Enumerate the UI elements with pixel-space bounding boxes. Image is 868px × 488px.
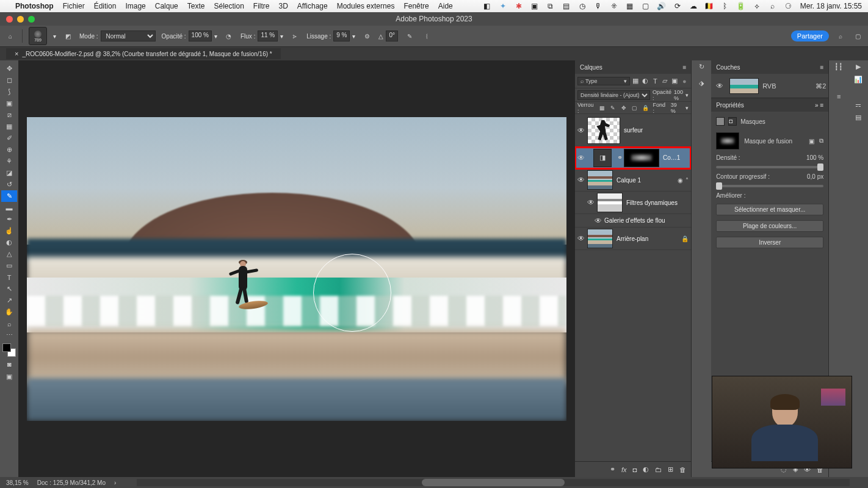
smoothing-options-icon[interactable]: ⚙ <box>361 30 372 41</box>
brush-settings-icon[interactable]: ◩ <box>62 30 73 41</box>
smart-filter-icon[interactable]: ◉ <box>678 177 683 184</box>
new-layer-icon[interactable]: ⊞ <box>668 465 673 473</box>
pixel-mask-icon[interactable] <box>716 117 725 126</box>
vector-mask-icon[interactable]: ◘ <box>728 117 737 126</box>
status-icon-grid[interactable]: ▦ <box>626 2 634 10</box>
status-icon-volume[interactable]: 🔊 <box>657 2 666 10</box>
layer-thumbnail[interactable] <box>587 229 613 248</box>
filter-kind-select[interactable]: ⌕ Type ▾ <box>577 77 630 85</box>
rectangle-tool[interactable]: ▭ <box>1 260 17 271</box>
lock-position-icon[interactable]: ✥ <box>620 104 627 112</box>
layer-gradient-map[interactable]: 👁 ◨ ⚭ Co…1 <box>575 147 691 169</box>
lock-transparency-icon[interactable]: ▩ <box>599 104 606 112</box>
close-tab-icon[interactable]: × <box>15 50 18 57</box>
filter-adjust-icon[interactable]: ◐ <box>641 77 649 85</box>
crop-tool[interactable]: ⧄ <box>1 109 17 121</box>
status-icon-display[interactable]: ▢ <box>642 2 650 10</box>
filter-smart-icon[interactable]: ▣ <box>670 77 679 85</box>
filter-mask-thumbnail[interactable] <box>597 193 623 212</box>
history-brush-tool[interactable]: ↺ <box>1 179 17 190</box>
filter-shape-icon[interactable]: ▱ <box>660 77 669 85</box>
delete-layer-icon[interactable]: 🗑 <box>679 466 686 473</box>
status-icon-mic[interactable]: 🎙 <box>594 2 602 10</box>
color-swatches[interactable] <box>2 343 16 357</box>
status-icon-list[interactable]: ▤ <box>562 2 571 10</box>
menu-texte[interactable]: Texte <box>187 2 205 10</box>
menu-selection[interactable]: Sélection <box>214 2 244 10</box>
status-icon-control[interactable]: ⚆ <box>784 2 793 10</box>
layer-smart-filters[interactable]: 👁 Filtres dynamiques <box>575 192 691 214</box>
density-slider[interactable] <box>716 166 823 168</box>
opacity-value[interactable]: 100 % <box>189 30 212 41</box>
status-icon-search[interactable]: ⌕ <box>769 2 777 10</box>
status-icon-wifi[interactable]: ⟡ <box>753 2 761 10</box>
eraser-tool[interactable]: ◪ <box>1 167 17 179</box>
lasso-tool[interactable]: ⟆ <box>1 86 17 98</box>
collapsed-actions-icon[interactable]: ▤ <box>855 113 861 121</box>
doc-size[interactable]: Doc : 125,9 Mo/341,2 Mo <box>37 479 106 486</box>
select-mask-icon[interactable]: ▣ <box>809 138 814 145</box>
status-icon-binoc[interactable]: ⁜ <box>610 2 618 10</box>
status-icon-cloud[interactable]: ☁ <box>689 2 698 10</box>
add-mask-icon[interactable]: ◘ <box>633 466 637 473</box>
lock-pixels-icon[interactable]: ✎ <box>609 104 617 112</box>
app-menu[interactable]: Photoshop <box>15 2 54 10</box>
panel-menu-icon[interactable]: ≡ <box>682 64 686 71</box>
channel-rvb[interactable]: 👁 RVB ⌘2 <box>714 76 826 96</box>
menu-3d[interactable]: 3D <box>279 2 288 10</box>
fill-value[interactable]: 39 % <box>671 102 682 114</box>
layer-thumbnail[interactable] <box>587 170 613 190</box>
smudge-tool[interactable]: ☝ <box>1 225 17 237</box>
symmetry-icon[interactable]: ⧙ <box>421 30 432 41</box>
brush-tool[interactable]: ✎ <box>1 190 17 202</box>
blend-mode-select[interactable]: Densité linéaire - (Ajout) <box>577 90 650 100</box>
menu-edition[interactable]: Édition <box>94 2 117 10</box>
eyedropper-tool[interactable]: ✐ <box>1 132 17 144</box>
search-icon[interactable]: ⌕ <box>835 30 846 41</box>
zoom-level[interactable]: 38,15 % <box>6 479 29 486</box>
menu-filtre[interactable]: Filtre <box>253 2 270 10</box>
mask-preview[interactable] <box>716 132 739 149</box>
opacity-pressure-icon[interactable]: ◔ <box>223 30 234 41</box>
visibility-toggle[interactable]: 👁 <box>592 217 604 225</box>
share-button[interactable]: Partager <box>791 30 829 41</box>
move-tool[interactable]: ✥ <box>1 63 17 74</box>
layer-surfeur[interactable]: 👁 surfeur <box>575 114 691 147</box>
link-layers-icon[interactable]: ⚭ <box>610 465 615 473</box>
filter-pixel-icon[interactable]: ▦ <box>631 77 640 85</box>
status-icon-bluetooth[interactable]: ᛒ <box>721 2 729 10</box>
status-chevron-icon[interactable]: › <box>114 479 116 486</box>
type-tool[interactable]: T <box>1 271 17 283</box>
zoom-tool[interactable]: ⌕ <box>1 318 17 329</box>
status-icon-battery[interactable]: 🔋 <box>737 2 745 10</box>
edit-toolbar[interactable]: ⋯ <box>1 329 17 341</box>
screenmode-icon[interactable]: ▣ <box>1 371 17 382</box>
visibility-toggle[interactable]: 👁 <box>575 234 587 243</box>
layer-background[interactable]: 👁 Arrière-plan 🔒 <box>575 228 691 250</box>
home-icon[interactable]: ⌂ <box>5 30 16 41</box>
panel-menu-icon[interactable]: » ≡ <box>815 102 823 109</box>
flux-value[interactable]: 11 % <box>258 30 278 41</box>
visibility-toggle[interactable]: 👁 <box>585 198 597 207</box>
menu-aide[interactable]: Aide <box>438 2 453 10</box>
status-icon-flag[interactable]: 🇧🇪 <box>705 2 714 10</box>
filter-type-icon[interactable]: T <box>651 77 659 85</box>
properties-panel-tab[interactable]: Propriétés » ≡ <box>711 98 828 112</box>
couches-panel-tab[interactable]: Couches≡ <box>711 60 828 74</box>
healing-tool[interactable]: ⊕ <box>1 144 17 156</box>
hand-tool[interactable]: ✋ <box>1 306 17 318</box>
menu-fichier[interactable]: Fichier <box>63 2 85 10</box>
pressure-size-icon[interactable]: ✎ <box>404 30 415 41</box>
layer-fx-icon[interactable]: fx <box>621 466 627 473</box>
status-icon-butterfly[interactable]: ✦ <box>499 2 507 10</box>
status-icon-1[interactable]: ◧ <box>483 2 491 10</box>
gradient-tool[interactable]: ▬ <box>1 202 17 214</box>
collapsed-align-icon[interactable]: ┇┇ <box>834 63 843 71</box>
link-mask-icon[interactable]: ⚭ <box>615 154 624 162</box>
collapsed-para-icon[interactable]: ≡ <box>837 93 841 100</box>
layers-panel-tab[interactable]: Calques≡ <box>575 60 691 74</box>
status-icon-red[interactable]: ✱ <box>515 2 523 10</box>
menu-affichage[interactable]: Affichage <box>297 2 328 10</box>
collapsed-history-icon[interactable]: ↻ <box>699 63 704 71</box>
feather-value[interactable]: 0,0 px <box>807 173 823 180</box>
